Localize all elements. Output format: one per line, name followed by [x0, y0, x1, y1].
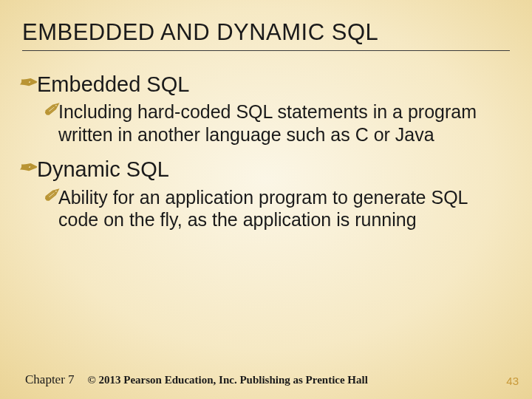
chapter-label: Chapter 7	[25, 372, 75, 387]
footer: Chapter 7 © 2013 Pearson Education, Inc.…	[25, 372, 507, 387]
scribble-icon: ✒	[18, 156, 36, 180]
scribble-icon: ✐	[43, 186, 58, 205]
scribble-icon: ✐	[43, 100, 58, 120]
sub-text: Ability for an application program to ge…	[58, 186, 505, 231]
heading-text: Dynamic SQL	[37, 156, 505, 183]
bullet-lvl2: ✐ Ability for an application program to …	[43, 186, 505, 231]
bullet-lvl1: ✒ Dynamic SQL	[18, 156, 505, 183]
scribble-icon: ✒	[18, 71, 36, 95]
bullet-lvl2: ✐ Including hard-coded SQL statements in…	[43, 100, 505, 146]
slide: EMBEDDED AND DYNAMIC SQL ✒ Embedded SQL …	[0, 0, 532, 399]
slide-title: EMBEDDED AND DYNAMIC SQL	[22, 19, 510, 51]
sub-text: Including hard-coded SQL statements in a…	[58, 100, 505, 146]
heading-text: Embedded SQL	[37, 71, 505, 98]
copyright-text: © 2013 Pearson Education, Inc. Publishin…	[88, 374, 368, 386]
page-number: 43	[506, 375, 519, 387]
bullet-lvl1: ✒ Embedded SQL	[18, 71, 505, 98]
slide-body: ✒ Embedded SQL ✐ Including hard-coded SQ…	[18, 71, 505, 242]
